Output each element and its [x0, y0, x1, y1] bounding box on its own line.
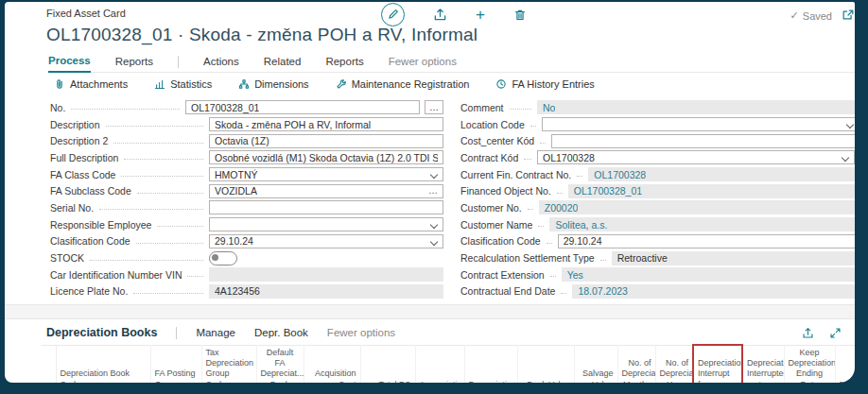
dotted-leader — [550, 276, 556, 277]
dep-fewer-options[interactable]: Fewer options — [327, 327, 395, 338]
comment-label: Comment — [460, 102, 504, 113]
depreciation-books-table: Depreciation Book Code ↑ FA Posting Grou… — [41, 344, 855, 383]
col-acquisition-cost[interactable]: Acquisition Cost — [304, 345, 360, 383]
dotted-leader — [137, 193, 203, 194]
full-description-input[interactable]: Osobné vozidlá (M1) Skoda Octavia (1Z) 2… — [209, 150, 443, 164]
cost-center-select[interactable] — [551, 134, 855, 148]
dotted-leader — [106, 126, 203, 127]
edit-button[interactable] — [381, 3, 405, 26]
col-default-fa[interactable]: Default FA Depreciat... Book — [256, 345, 304, 383]
fa-history-entries-button[interactable]: FA History Entries — [495, 78, 594, 90]
col-book-code[interactable]: Depreciation Book Code ↑ — [56, 345, 150, 383]
share-icon[interactable] — [802, 327, 814, 339]
maintenance-registration-button[interactable]: Maintenance Registration — [336, 78, 470, 90]
serial-no-input[interactable] — [209, 200, 443, 214]
responsible-employee-select[interactable] — [209, 217, 443, 231]
field-clasification-code: Clasification Code 29.10.24 — [50, 233, 443, 250]
dotted-leader — [136, 243, 203, 244]
menu-bar: Process Reports Actions Related Reports … — [48, 53, 855, 73]
field-contract-extension: Contract Extension Yes — [460, 266, 855, 283]
location-code-select[interactable] — [542, 117, 855, 131]
field-customer-name: Customer Name Solitea, a.s. — [460, 216, 855, 233]
col-salvage-value[interactable]: Salvage Value — [574, 345, 617, 383]
field-licence-plate: Licence Plate No. 4A123456 — [50, 283, 443, 300]
responsible-employee-label: Responsible Employee — [50, 219, 151, 231]
dep-book-menu[interactable]: Depr. Book — [254, 327, 308, 338]
col-tax-group[interactable]: Tax Depreciation Group Code — [201, 345, 256, 383]
fa-subclass-code-input[interactable]: VOZIDLA… — [209, 184, 443, 198]
tab-reports[interactable]: Reports — [115, 56, 153, 72]
expand-icon[interactable] — [829, 327, 842, 339]
tab-actions[interactable]: Actions — [203, 56, 239, 72]
field-description-2: Description 2 Octavia (1Z) — [50, 132, 443, 149]
dotted-leader — [530, 126, 536, 127]
popout-button[interactable] — [842, 9, 855, 22]
table-header-row: Depreciation Book Code ↑ FA Posting Grou… — [41, 345, 855, 383]
delete-button[interactable] — [513, 9, 527, 22]
dotted-leader — [547, 243, 552, 244]
dep-manage-menu[interactable]: Manage — [196, 327, 235, 338]
pencil-icon — [387, 9, 399, 21]
col-keep-ending-date[interactable]: Keep Depreciation Ending Date — [784, 345, 835, 383]
contract-extension-field[interactable]: Yes — [562, 267, 855, 282]
dotted-leader — [528, 209, 533, 210]
dimensions-label: Dimensions — [254, 78, 308, 90]
field-cost-center: Cost_center Kód — [460, 132, 855, 149]
dotted-leader — [524, 159, 531, 160]
location-code-label: Location Code — [460, 119, 525, 130]
save-status: ✓ Saved — [790, 9, 832, 22]
assist-ellipsis-icon[interactable]: … — [428, 187, 438, 195]
col-depreciation-months[interactable]: No. of Deprecia... Months — [617, 345, 655, 383]
contractual-end-date-field[interactable]: 18.07.2023 — [572, 284, 855, 299]
clasification-code-right-select[interactable]: 29.10.24 — [558, 234, 855, 248]
chevron-down-icon — [430, 221, 438, 229]
description-input[interactable]: Skoda - změna POH a RV, Informal — [209, 117, 443, 131]
financed-object-field[interactable]: OL1700328_01 — [568, 184, 855, 198]
fields-left-column: No. OL1700328_01 … Description Skoda - z… — [50, 99, 443, 300]
col-book-value[interactable]: Book Value — [517, 345, 574, 383]
new-button[interactable]: + — [476, 6, 485, 25]
dimensions-button[interactable]: Dimensions — [238, 78, 308, 90]
financed-object-label: Financed Object No. — [460, 185, 551, 197]
contract-kod-select[interactable]: OL1700328 — [537, 150, 855, 164]
full-description-label: Full Description — [50, 152, 118, 163]
chevron-down-icon — [842, 154, 849, 162]
stock-toggle[interactable] — [209, 251, 237, 266]
page-caption: Fixed Asset Card — [46, 8, 126, 19]
description-label: Description — [50, 119, 100, 130]
clasification-code-select[interactable]: 29.10.24 — [209, 234, 443, 248]
comment-field[interactable]: No — [537, 100, 855, 114]
current-fin-contract-field[interactable]: OL1700328 — [588, 167, 855, 181]
tab-process[interactable]: Process — [48, 55, 91, 73]
customer-no-field[interactable]: Z00020 — [539, 200, 855, 214]
col-interrupt-from[interactable]: Depreciation Interrupt from — [693, 345, 742, 383]
contract-extension-label: Contract Extension — [460, 269, 545, 281]
col-depreciation[interactable]: Depreciation — [464, 345, 517, 383]
col-fa-posting-group[interactable]: FA Posting Group — [150, 345, 201, 383]
col-interrupted-up-to[interactable]: Depreciati... Interrupted up to — [742, 345, 784, 383]
tab-related[interactable]: Related — [264, 56, 302, 72]
statistics-button[interactable]: Statistics — [154, 78, 212, 90]
customer-name-field[interactable]: Solitea, a.s. — [549, 217, 855, 231]
description-2-input[interactable]: Octavia (1Z) — [209, 134, 443, 148]
dotted-leader — [577, 176, 582, 177]
share-button[interactable] — [433, 8, 447, 22]
licence-plate-field: 4A123456 — [209, 284, 443, 299]
col-appreciation[interactable]: Appreciation — [415, 345, 464, 383]
fa-class-code-select[interactable]: HMOTNÝ — [209, 167, 443, 181]
recalculation-type-field: Retroactive — [612, 251, 855, 266]
save-status-label: Saved — [803, 10, 832, 22]
licence-plate-label: Licence Plate No. — [50, 285, 128, 297]
col-cutoff[interactable]: D... — [835, 345, 855, 383]
col-total-pc[interactable]: Total PC — [360, 345, 415, 383]
tab-reports-2[interactable]: Reports — [325, 56, 363, 72]
dep-section-actions — [802, 327, 842, 339]
no-input[interactable]: OL1700328_01 — [185, 100, 420, 114]
attachments-button[interactable]: Attachments — [54, 78, 128, 90]
no-assist-button[interactable]: … — [425, 100, 443, 114]
field-customer-no: Customer No. Z00020 — [460, 199, 855, 216]
field-financed-object: Financed Object No. OL1700328_01 — [460, 182, 855, 199]
col-depreciation-years[interactable]: No. of Depreciation Years — [655, 345, 693, 383]
fewer-options[interactable]: Fewer options — [389, 56, 457, 72]
field-vin: Car Identification Number VIN — [50, 266, 443, 283]
